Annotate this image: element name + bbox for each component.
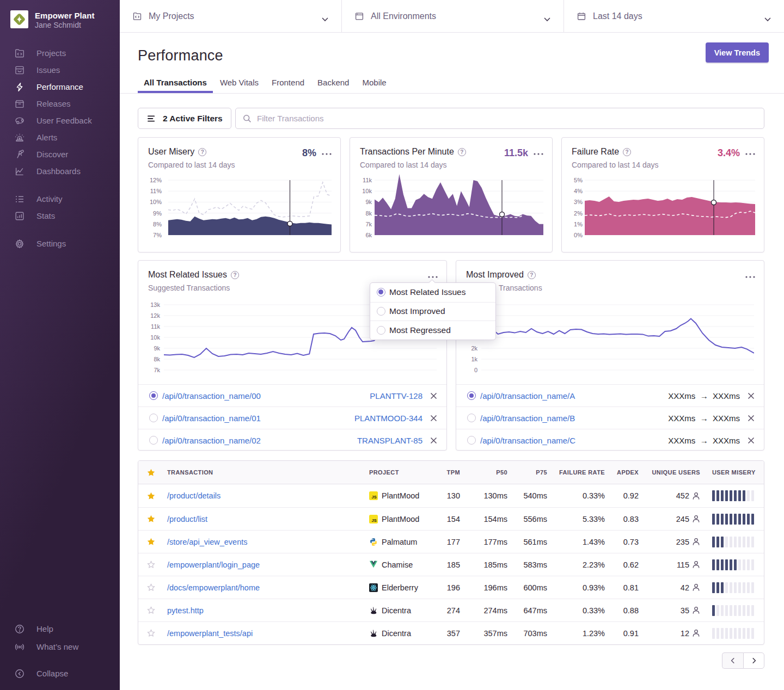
svg-text:8k: 8k [365, 210, 372, 217]
svg-text:11%: 11% [150, 188, 162, 194]
svg-text:2%: 2% [574, 210, 583, 217]
svg-text:9%: 9% [153, 210, 162, 217]
svg-text:11k: 11k [151, 323, 160, 330]
svg-text:4%: 4% [574, 188, 583, 194]
svg-text:6k: 6k [365, 232, 372, 238]
svg-text:9k: 9k [154, 345, 160, 352]
svg-text:13k: 13k [150, 301, 160, 308]
svg-text:JS: JS [372, 518, 377, 523]
svg-text:7k: 7k [154, 367, 160, 373]
svg-text:8k: 8k [154, 356, 160, 362]
svg-text:10k: 10k [362, 188, 372, 194]
svg-text:3%: 3% [574, 199, 583, 205]
svg-text:12k: 12k [150, 312, 160, 319]
svg-text:0: 0 [474, 367, 477, 373]
svg-text:12%: 12% [150, 177, 162, 183]
svg-text:11k: 11k [363, 177, 372, 183]
svg-text:1%: 1% [574, 221, 583, 227]
svg-text:10k: 10k [150, 334, 160, 341]
svg-text:7%: 7% [153, 232, 162, 238]
svg-text:7k: 7k [365, 221, 372, 227]
svg-text:2k: 2k [471, 345, 477, 352]
svg-text:10%: 10% [150, 199, 162, 205]
svg-text:8%: 8% [153, 221, 162, 227]
svg-text:JS: JS [372, 495, 377, 500]
svg-text:0%: 0% [574, 232, 583, 238]
svg-text:9k: 9k [365, 199, 372, 205]
svg-text:1k: 1k [471, 356, 477, 362]
svg-text:5%: 5% [574, 177, 583, 183]
